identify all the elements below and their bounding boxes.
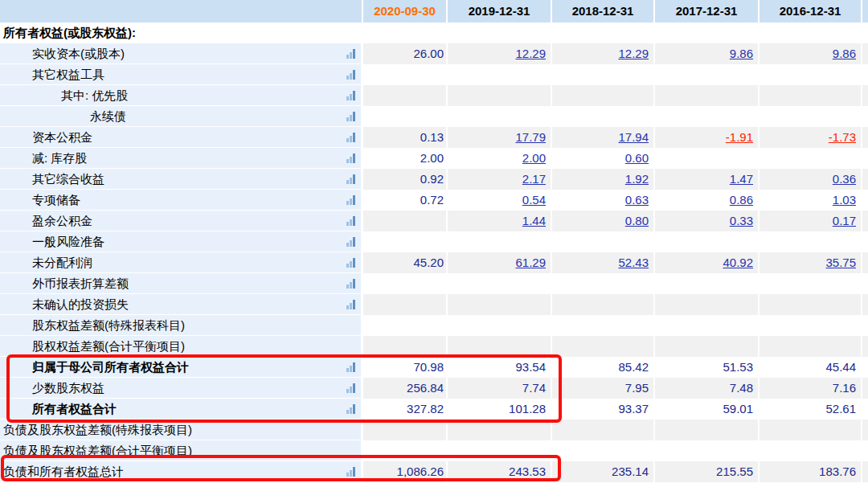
value-link[interactable]: -1.73 [829, 130, 856, 144]
value-cell-2018-12-31 [552, 315, 655, 336]
bar-chart-icon[interactable] [346, 69, 355, 80]
table-row: 股权权益差额(合计平衡项目) [0, 336, 868, 357]
value-link[interactable]: 1.47 [730, 172, 753, 186]
value-link[interactable]: 9.86 [833, 47, 856, 60]
header-date-2020-09-30[interactable]: 2020-09-30 [363, 0, 448, 23]
bar-chart-icon[interactable] [346, 111, 355, 121]
header-clipped-column [862, 0, 868, 23]
value-cell-2018-12-31: 93.37 [552, 399, 655, 420]
row-label: 一般风险准备 [0, 231, 346, 252]
row-label-cell: 负债和所有者权益总计 [0, 461, 363, 482]
value-cell-2019-12-31 [448, 420, 552, 440]
value-link[interactable]: 0.54 [522, 193, 546, 207]
value-cell-2017-12-31: 0.33 [655, 211, 760, 231]
value-cell-2018-12-31 [552, 64, 655, 85]
value-text: 45.20 [413, 256, 444, 269]
value-cell-2018-12-31: 17.94 [552, 127, 655, 148]
row-label: 负债及股东权益差额(特殊报表项目) [0, 420, 361, 440]
value-cell-2017-12-31 [655, 64, 760, 85]
bar-chart-icon[interactable] [346, 403, 355, 414]
value-link[interactable]: 17.79 [515, 130, 546, 144]
bar-chart-icon[interactable] [346, 236, 355, 247]
value-link[interactable]: 61.29 [515, 256, 546, 269]
header-date-2016-12-31[interactable]: 2016-12-31 [760, 0, 862, 23]
bar-chart-icon[interactable] [346, 132, 355, 142]
bar-chart-icon[interactable] [346, 153, 355, 163]
value-link[interactable]: 0.17 [833, 214, 856, 227]
bar-chart-icon[interactable] [346, 194, 355, 205]
value-text: 7.48 [730, 381, 753, 395]
value-cell-2016-12-31 [760, 336, 862, 357]
row-label: 负债及股东权益差额(合计平衡项目) [0, 440, 361, 460]
value-cell-2020-09-30: 2.00 [363, 148, 448, 169]
clipped-column-cell [862, 231, 868, 252]
value-text: 51.53 [723, 360, 753, 374]
row-label-cell: 负债及股东权益差额(特殊报表项目) [0, 420, 363, 440]
value-link[interactable]: 0.63 [625, 193, 649, 207]
value-link[interactable]: 0.80 [625, 214, 649, 227]
value-cell-2018-12-31 [552, 440, 655, 461]
clipped-column-cell [862, 357, 868, 378]
value-cell-2017-12-31 [655, 440, 760, 461]
value-cell-2018-12-31 [552, 85, 655, 106]
value-cell-2017-12-31 [655, 273, 760, 294]
value-cell-2016-12-31: 7.16 [760, 378, 862, 399]
bar-chart-icon[interactable] [346, 257, 355, 268]
value-link[interactable]: -1.91 [726, 130, 753, 144]
value-link[interactable]: 0.33 [730, 214, 753, 227]
value-link[interactable]: 52.43 [618, 256, 649, 269]
value-link[interactable]: 17.94 [618, 130, 649, 144]
value-link[interactable]: 2.00 [522, 151, 546, 165]
value-link[interactable]: 1.92 [625, 172, 649, 186]
row-label-cell: 其中: 优先股 [0, 85, 363, 106]
value-cell-2019-12-31: 243.53 [448, 461, 552, 482]
row-label-cell: 永续债 [0, 106, 363, 127]
header-date-2019-12-31[interactable]: 2019-12-31 [448, 0, 552, 23]
value-cell-2018-12-31 [552, 273, 655, 294]
value-cell-2017-12-31: 59.01 [655, 399, 760, 420]
value-cell-2019-12-31: 2.17 [448, 169, 552, 190]
table-row: 未分配利润 45.20 61.29 52.43 40.92 35.75 [0, 252, 868, 273]
value-cell-2016-12-31 [760, 273, 862, 294]
row-label-cell: 归属于母公司所有者权益合计 [0, 357, 363, 378]
bar-chart-icon[interactable] [346, 362, 355, 372]
clipped-column-cell [862, 169, 868, 190]
bar-chart-icon[interactable] [346, 383, 355, 393]
value-link[interactable]: 0.60 [625, 151, 649, 165]
bar-chart-icon[interactable] [346, 215, 355, 226]
header-date-2017-12-31[interactable]: 2017-12-31 [655, 0, 760, 23]
bar-chart-icon[interactable] [346, 278, 355, 289]
value-link[interactable]: 35.75 [825, 256, 856, 269]
row-label: 少数股东权益 [0, 378, 346, 398]
value-link[interactable]: 12.29 [515, 47, 546, 60]
value-cell-2019-12-31 [448, 231, 552, 252]
value-cell-2017-12-31 [655, 106, 760, 127]
value-cell-2020-09-30 [363, 23, 448, 43]
value-link[interactable]: 9.86 [730, 47, 753, 60]
value-cell-2017-12-31 [655, 294, 760, 315]
value-text: 0.13 [420, 130, 444, 144]
clipped-column-cell [862, 64, 868, 85]
value-link[interactable]: 12.29 [618, 47, 649, 60]
value-cell-2018-12-31: 0.80 [552, 211, 655, 231]
bar-chart-icon[interactable] [346, 48, 355, 59]
bar-chart-icon[interactable] [346, 174, 355, 184]
bar-chart-icon[interactable] [346, 466, 355, 477]
value-cell-2019-12-31 [448, 294, 552, 315]
value-cell-2016-12-31: 0.36 [760, 169, 862, 190]
value-text: 59.01 [723, 402, 753, 415]
value-link[interactable]: 1.44 [522, 214, 546, 227]
header-date-2018-12-31[interactable]: 2018-12-31 [552, 0, 655, 23]
value-cell-2019-12-31: 2.00 [448, 148, 552, 169]
value-link[interactable]: 2.17 [522, 172, 546, 186]
value-text: 215.55 [716, 465, 753, 478]
bar-chart-icon[interactable] [346, 90, 355, 100]
value-cell-2017-12-31: 215.55 [655, 461, 760, 482]
value-link[interactable]: 40.92 [723, 256, 753, 269]
bar-chart-icon[interactable] [346, 299, 355, 309]
value-link[interactable]: 0.86 [730, 193, 753, 207]
value-cell-2020-09-30 [363, 106, 448, 127]
value-link[interactable]: 1.03 [833, 193, 856, 207]
value-cell-2019-12-31: 1.44 [448, 211, 552, 231]
value-link[interactable]: 0.36 [833, 172, 856, 186]
